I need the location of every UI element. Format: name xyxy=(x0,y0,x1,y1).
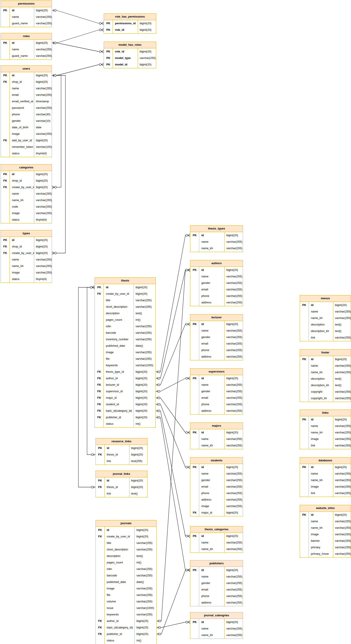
table-authors[interactable]: authorsPKidbigint(20)namevarchar(255)gen… xyxy=(190,260,243,306)
field-row: description_khtext() xyxy=(300,382,351,388)
key-label xyxy=(1,85,9,92)
field-name: model_id xyxy=(113,61,138,68)
field-type: varchar(255) xyxy=(225,273,243,280)
table-title: journal_cateogries xyxy=(190,612,243,619)
table-supervisors[interactable]: supervisorsPKidbigint(20)namevarchar(255… xyxy=(190,368,243,414)
table-footer[interactable]: footerPKidbigint(20)namevarchar(255)name… xyxy=(300,349,351,402)
field-name: name_kh xyxy=(199,632,225,638)
field-name: name xyxy=(9,85,34,92)
field-type: varchar(255) xyxy=(135,592,156,598)
field-name: id xyxy=(9,40,34,46)
field-row: namevarchar(255) xyxy=(300,518,351,524)
field-type: bigint(20) xyxy=(225,232,243,238)
table-roles[interactable]: rolesPKidbigint(20)namevarchar(255)guard… xyxy=(1,33,52,60)
field-name: issue xyxy=(104,605,135,611)
field-type: varchar(255) xyxy=(225,573,243,580)
field-type: bigint(20) xyxy=(225,267,243,273)
field-name: gender xyxy=(199,388,225,394)
key-label xyxy=(1,131,9,137)
key-label xyxy=(95,420,103,427)
field-row: titlevarchar(255) xyxy=(95,297,155,304)
table-thesis_categories[interactable]: thesis_categoriesPKidbigint(20)namevarch… xyxy=(190,526,243,553)
field-type: varchar(255) xyxy=(34,263,52,269)
field-row: PKidbigint(20) xyxy=(1,7,52,14)
field-row: PKidbigint(20) xyxy=(190,267,243,273)
field-row: namevarchar(255) xyxy=(300,423,351,429)
table-majors[interactable]: majorsPKidbigint(20)namevarchar(255)name… xyxy=(190,422,243,449)
field-name: id xyxy=(309,464,333,470)
table-resource_links[interactable]: resource_linksPKidbigint(20)FKthesis_idb… xyxy=(95,438,147,465)
field-type: varchar(255) xyxy=(333,388,351,395)
field-type: varchar(255) xyxy=(333,362,351,369)
key-label xyxy=(300,538,309,544)
key-label xyxy=(1,150,9,157)
key-label xyxy=(96,637,104,644)
field-type: varchar(255) xyxy=(333,550,351,557)
field-row: name_khvarchar(255) xyxy=(190,546,243,552)
field-name: link xyxy=(309,490,333,496)
field-name: id xyxy=(104,445,129,451)
table-role_has_permissions[interactable]: role_has_permissionsPKpermissions_idbigi… xyxy=(104,14,156,34)
table-categories[interactable]: categoriesPKidbigint(20)FKshop_idbigint(… xyxy=(1,164,52,224)
field-row: linktext() xyxy=(96,490,147,497)
table-publishers[interactable]: publishersPKidbigint(20)namevarchar(255)… xyxy=(190,560,243,606)
table-lecturer[interactable]: lecturerPKidbigint(20)namevarchar(255)ge… xyxy=(190,314,243,360)
table-website_infos[interactable]: website_infosPKidbigint(20)namevarchar(2… xyxy=(300,505,351,558)
table-journal_cateogries[interactable]: journal_cateogriesPKidbigint(20)namevarc… xyxy=(190,612,243,639)
table-links[interactable]: linksPKidbigint(20)namevarchar(255)name_… xyxy=(300,410,351,449)
field-type: varchar(255) xyxy=(225,347,243,354)
field-type: bigint(20) xyxy=(138,27,156,33)
key-label xyxy=(95,323,103,330)
table-journal_links[interactable]: journal_linksPKidbigint(20)FKthesis_idbi… xyxy=(95,471,147,497)
field-type: varchar(255) xyxy=(135,540,156,546)
table-thesis_types[interactable]: thesis_typesPKidbigint(20)namevarchar(25… xyxy=(190,225,243,252)
key-label: PK xyxy=(104,20,113,27)
field-type: bigint(20) xyxy=(135,527,156,533)
table-journals[interactable]: journalsPKidbigint(20)FKcreate_by_user_i… xyxy=(95,520,157,644)
field-type: bigint(20) xyxy=(129,445,147,451)
key-label xyxy=(95,330,103,336)
field-name: id xyxy=(9,72,34,79)
field-row: PKidbigint(20) xyxy=(300,356,351,362)
field-type: varchar(255) xyxy=(134,330,155,336)
field-row: issuevarchar(1000) xyxy=(96,605,156,611)
table-types[interactable]: typesPKidbigint(20)FKshop_idbigint(20)FK… xyxy=(1,230,52,283)
field-type: varchar(255) xyxy=(225,484,243,490)
field-name: address xyxy=(199,599,225,606)
table-users[interactable]: usersPKidbigint(20)FKshop_idbigint(20)na… xyxy=(1,66,52,157)
field-row: PKidbigint(20) xyxy=(190,567,243,573)
field-type: varchar(255) xyxy=(134,304,155,310)
key-label xyxy=(300,423,309,429)
field-name: barcode xyxy=(103,330,134,336)
field-row: gendervarchar(255) xyxy=(190,334,243,340)
field-name: link xyxy=(309,442,333,449)
table-menus[interactable]: menusPKidbigint(20)namevarchar(255)name_… xyxy=(300,295,351,341)
table-permissions[interactable]: permissionsPKidbigint(20)namevarchar(255… xyxy=(1,0,52,27)
key-label xyxy=(1,14,9,20)
table-students[interactable]: studentsPKidbigint(20)namevarchar(255)ge… xyxy=(190,457,243,516)
field-row: addressvarchar(255) xyxy=(190,496,243,503)
key-label xyxy=(190,470,199,477)
field-type: bigint(20) xyxy=(225,619,243,625)
table-model_has_roles[interactable]: model_has_rolesPKrole_idbigint(20)PKmode… xyxy=(104,42,156,68)
field-row: addressvarchar(255) xyxy=(190,299,243,306)
key-label xyxy=(190,238,199,245)
field-type: varchar(255) xyxy=(225,394,243,401)
table-databases[interactable]: databasesPKidbigint(20)namevarchar(255)n… xyxy=(300,457,351,497)
field-type: varchar(255) xyxy=(333,436,351,442)
table-thesis[interactable]: thesisPKidbigint(20)FKcreate_by_user_idb… xyxy=(95,277,156,428)
field-name: major_id xyxy=(103,394,134,401)
table-title: journals xyxy=(96,520,156,527)
field-name: name xyxy=(199,625,225,632)
field-row: descriptiontext() xyxy=(96,553,156,559)
key-label: PK xyxy=(190,321,199,328)
field-type: bigint(20) xyxy=(225,429,243,436)
field-name: email_verified_at xyxy=(9,98,34,105)
field-row: emailvarchar(255) xyxy=(190,484,243,490)
field-type: varchar(255) xyxy=(333,334,351,341)
key-label: PK xyxy=(190,533,199,539)
key-label xyxy=(300,308,309,315)
key-label xyxy=(190,496,199,503)
field-name: id xyxy=(309,356,333,362)
field-name: isbn xyxy=(103,323,134,330)
